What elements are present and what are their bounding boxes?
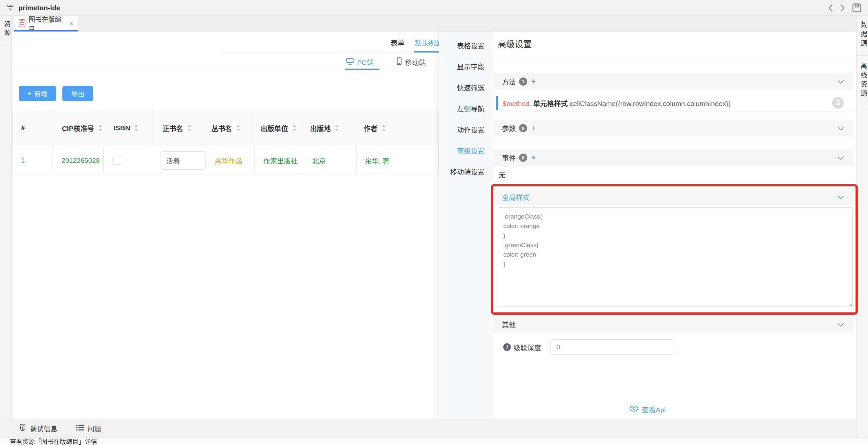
sort-icon[interactable] [335,124,339,132]
problems-button[interactable]: 问题 [75,423,101,433]
table-header-series[interactable]: 丛书名 [203,110,252,146]
section-other-label: 其他 [502,319,516,329]
settings-panel: 表格设置 显示字段 快速筛选 左侧导航 动作设置 高级设置 移动端设置 高级设置… [439,32,856,419]
add-button[interactable]: + 新增 [19,86,56,101]
menu-item-action-settings[interactable]: 动作设置 [439,119,493,140]
view-api-label: 查看Api [642,404,665,414]
table-header-author[interactable]: 作者 [355,110,439,146]
section-events-label: 事件 [502,153,516,162]
monitor-icon [346,58,354,67]
table-header-place[interactable]: 出版地 [301,110,355,146]
right-rail: 数据源 离线资源 [856,16,868,445]
view-tab-form[interactable]: 表单 [391,37,404,47]
section-events-header[interactable]: 事件 0 + [493,149,854,166]
table-header-isbn[interactable]: ISBN [105,110,154,146]
cip-cell: 2012265028 [53,146,104,174]
method-prefix: $method. [503,100,531,107]
chevron-down-icon[interactable] [837,156,844,161]
debug-info-button[interactable]: 调试信息 [18,423,57,434]
table-header-row: # CIP核准号 ISBN 正书名 丛书名 [12,110,439,146]
workspace-tab-strip: 图书在版编目 × [12,16,856,32]
right-rail-tab-offline[interactable]: 离线资源 [857,56,868,106]
delete-method-button[interactable] [832,97,844,108]
device-tab-mobile[interactable]: 移动端 [397,57,426,67]
sort-icon[interactable] [187,124,192,132]
table-header-publisher[interactable]: 出版单位 [252,110,302,146]
table-row: 1 2012265028 余华作品 作家出版社 北京 余华, 著 [12,146,439,174]
menu-item-table-settings[interactable]: 表格设置 [439,35,493,56]
document-icon [19,19,26,29]
export-button-label: 导出 [71,89,84,98]
nav-forward-icon[interactable] [836,2,848,14]
device-tab-mobile-label: 移动端 [405,57,426,67]
table-header-index: # [12,110,54,146]
isbn-cell [104,146,152,174]
title-input[interactable] [160,151,206,170]
table-header-title[interactable]: 正书名 [154,110,203,146]
params-count-badge: 0 [519,124,527,132]
tab-close-icon[interactable]: × [69,20,73,28]
debug-info-label: 调试信息 [30,423,57,433]
device-tab-pc[interactable]: PC端 [346,57,374,67]
section-global-style-label: 全局样式 [502,192,530,202]
menu-item-quick-filter[interactable]: 快速筛选 [439,77,493,98]
add-button-label: 新增 [34,89,47,98]
section-methods-label: 方法 [502,76,516,86]
left-rail-tab-resources[interactable]: 资源 [0,16,12,44]
app-title: primeton-ide [19,4,60,12]
right-rail-tab-datasource[interactable]: 数据源 [857,16,868,56]
main-work-area: 表单 默认视图 PC端 移动端 + 新增 导出 [12,32,439,419]
books-table: # CIP核准号 ISBN 正书名 丛书名 [12,110,439,175]
title-cell [152,146,206,174]
method-item-text: $method. 单元格样式 cellClassName({row,rowInd… [503,98,731,108]
author-cell: 余华, 著 [356,146,439,174]
cascade-input[interactable] [550,339,674,355]
trash-icon [835,99,841,107]
settings-menu: 表格设置 显示字段 快速筛选 左侧导航 动作设置 高级设置 移动端设置 [439,32,493,419]
phone-icon [397,57,402,67]
menu-item-advanced-settings[interactable]: 高级设置 [439,140,493,161]
menu-item-left-nav[interactable]: 左侧导航 [439,98,493,119]
method-signature: cellClassName({row,rowIndex,column,colum… [569,100,731,107]
methods-count-badge: 1 [519,77,527,86]
cascade-depth-row: i 级联深度 [503,339,674,355]
view-tab-default-view[interactable]: 默认视图 [414,37,439,47]
isbn-checkbox[interactable] [112,156,121,165]
chevron-down-icon[interactable] [837,80,844,85]
status-bar-text: 查看资源「图书在版编目」详情 [10,437,97,445]
chevron-down-icon[interactable] [837,126,844,132]
sort-icon[interactable] [236,124,241,132]
plus-icon: + [28,89,32,98]
left-rail: 资源 [0,16,12,419]
section-methods-header[interactable]: 方法 1 + [493,73,854,90]
divider [498,61,853,61]
nav-back-icon[interactable] [825,2,836,14]
eye-icon [629,405,639,413]
chevron-down-icon[interactable] [837,322,844,328]
add-event-icon[interactable]: + [531,153,536,162]
workspace-tab[interactable]: 图书在版编目 × [14,16,78,32]
add-method-icon[interactable]: + [531,77,536,86]
view-api-link[interactable]: 查看Api [439,404,856,414]
method-item[interactable]: $method. 单元格样式 cellClassName({row,rowInd… [493,95,854,112]
divider [220,53,439,53]
sort-icon[interactable] [98,124,103,132]
sort-icon[interactable] [381,124,386,132]
info-icon: i [503,343,511,351]
add-param-icon[interactable]: + [531,123,536,133]
section-global-style-header[interactable]: 全局样式 [493,188,854,205]
global-style-textarea[interactable]: .orangeClass{ color: orange } .greenClas… [497,208,852,307]
sort-icon[interactable] [134,124,138,132]
sort-icon[interactable] [292,124,297,132]
menu-item-display-fields[interactable]: 显示字段 [439,56,493,77]
row-index-cell: 1 [12,146,53,174]
device-tab-pc-label: PC端 [357,57,374,67]
events-empty-text: 无 [499,169,505,179]
section-params-header[interactable]: 参数 0 + [493,120,854,136]
save-icon[interactable] [851,2,863,14]
export-button[interactable]: 导出 [62,86,93,101]
menu-item-mobile-settings[interactable]: 移动端设置 [439,161,493,182]
section-other-header[interactable]: 其他 [493,316,854,333]
chevron-down-icon[interactable] [837,195,844,201]
table-header-cip[interactable]: CIP核准号 [54,110,105,146]
